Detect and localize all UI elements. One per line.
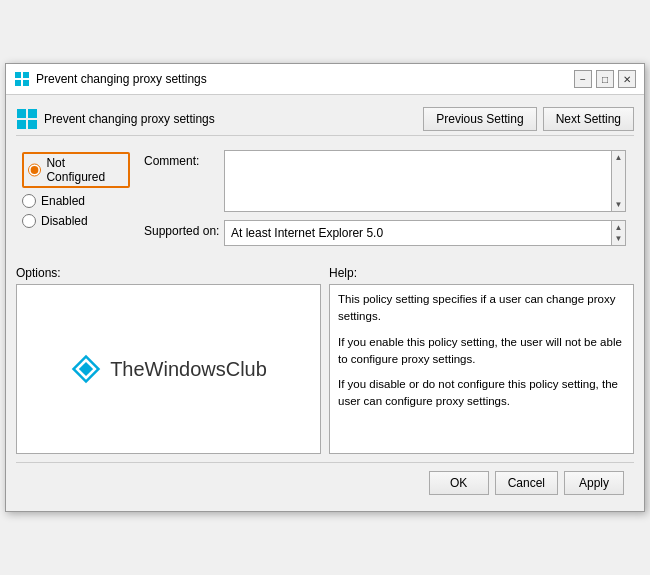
footer: OK Cancel Apply xyxy=(16,462,634,503)
disabled-label: Disabled xyxy=(41,214,88,228)
title-bar: Prevent changing proxy settings − □ ✕ xyxy=(6,64,644,95)
maximize-button[interactable]: □ xyxy=(596,70,614,88)
disabled-radio[interactable] xyxy=(22,214,36,228)
options-label: Options: xyxy=(16,266,321,280)
logo-area: TheWindowsClub xyxy=(60,343,277,395)
comment-textarea-wrapper: ▲ ▼ xyxy=(224,150,626,212)
apply-button[interactable]: Apply xyxy=(564,471,624,495)
header-buttons: Previous Setting Next Setting xyxy=(423,107,634,131)
svg-rect-4 xyxy=(17,109,26,118)
bottom-section: Options: TheWindowsClub Help: xyxy=(16,266,634,454)
main-area: Not Configured Enabled Disabled Comm xyxy=(16,144,634,260)
header-row: Prevent changing proxy settings Previous… xyxy=(16,103,634,136)
options-box: TheWindowsClub xyxy=(16,284,321,454)
supported-row: Supported on: At least Internet Explorer… xyxy=(144,220,626,246)
svg-rect-3 xyxy=(23,80,29,86)
help-label: Help: xyxy=(329,266,634,280)
enabled-label: Enabled xyxy=(41,194,85,208)
window-title: Prevent changing proxy settings xyxy=(36,72,207,86)
main-window: Prevent changing proxy settings − □ ✕ Pr… xyxy=(5,63,645,512)
supported-text: At least Internet Explorer 5.0 xyxy=(231,226,383,240)
enabled-option[interactable]: Enabled xyxy=(22,194,130,208)
comment-row: Comment: ▲ ▼ xyxy=(144,150,626,212)
help-line3: If you disable or do not configure this … xyxy=(338,376,625,411)
help-line1: This policy setting specifies if a user … xyxy=(338,291,625,326)
scroll-up-arrow[interactable]: ▲ xyxy=(615,153,623,162)
supported-wrapper: At least Internet Explorer 5.0 ▲ ▼ xyxy=(224,220,626,246)
help-panel: Help: This policy setting specifies if a… xyxy=(329,266,634,454)
close-button[interactable]: ✕ xyxy=(618,70,636,88)
help-box: This policy setting specifies if a user … xyxy=(329,284,634,454)
svg-rect-6 xyxy=(17,120,26,129)
enabled-radio[interactable] xyxy=(22,194,36,208)
ok-button[interactable]: OK xyxy=(429,471,489,495)
svg-rect-7 xyxy=(28,120,37,129)
not-configured-label: Not Configured xyxy=(46,156,124,184)
comment-label: Comment: xyxy=(144,150,224,168)
right-panel: Comment: ▲ ▼ Supported on: At least xyxy=(136,144,634,260)
left-panel: Not Configured Enabled Disabled xyxy=(16,144,136,260)
comment-scrollbar: ▲ ▼ xyxy=(611,151,625,211)
supported-scroll-down[interactable]: ▼ xyxy=(615,234,623,243)
supported-label: Supported on: xyxy=(144,220,224,238)
window-icon xyxy=(14,71,30,87)
header-left: Prevent changing proxy settings xyxy=(16,108,215,130)
header-title: Prevent changing proxy settings xyxy=(44,112,215,126)
title-bar-controls: − □ ✕ xyxy=(574,70,636,88)
title-bar-left: Prevent changing proxy settings xyxy=(14,71,207,87)
supported-value: At least Internet Explorer 5.0 xyxy=(225,221,611,245)
radio-group: Not Configured Enabled Disabled xyxy=(22,152,130,228)
svg-rect-1 xyxy=(23,72,29,78)
cancel-button[interactable]: Cancel xyxy=(495,471,558,495)
minimize-button[interactable]: − xyxy=(574,70,592,88)
help-line2: If you enable this policy setting, the u… xyxy=(338,334,625,369)
supported-scrollbar: ▲ ▼ xyxy=(611,221,625,245)
logo-icon xyxy=(70,353,102,385)
policy-icon xyxy=(16,108,38,130)
dialog-content: Prevent changing proxy settings Previous… xyxy=(6,95,644,511)
logo-text: TheWindowsClub xyxy=(110,358,267,381)
comment-textarea[interactable] xyxy=(225,151,611,211)
scroll-down-arrow[interactable]: ▼ xyxy=(615,200,623,209)
not-configured-option[interactable]: Not Configured xyxy=(22,152,130,188)
disabled-option[interactable]: Disabled xyxy=(22,214,130,228)
supported-scroll-up[interactable]: ▲ xyxy=(615,223,623,232)
not-configured-radio[interactable] xyxy=(28,163,41,177)
previous-setting-button[interactable]: Previous Setting xyxy=(423,107,536,131)
svg-rect-5 xyxy=(28,109,37,118)
svg-rect-0 xyxy=(15,72,21,78)
svg-rect-2 xyxy=(15,80,21,86)
next-setting-button[interactable]: Next Setting xyxy=(543,107,634,131)
options-panel: Options: TheWindowsClub xyxy=(16,266,321,454)
